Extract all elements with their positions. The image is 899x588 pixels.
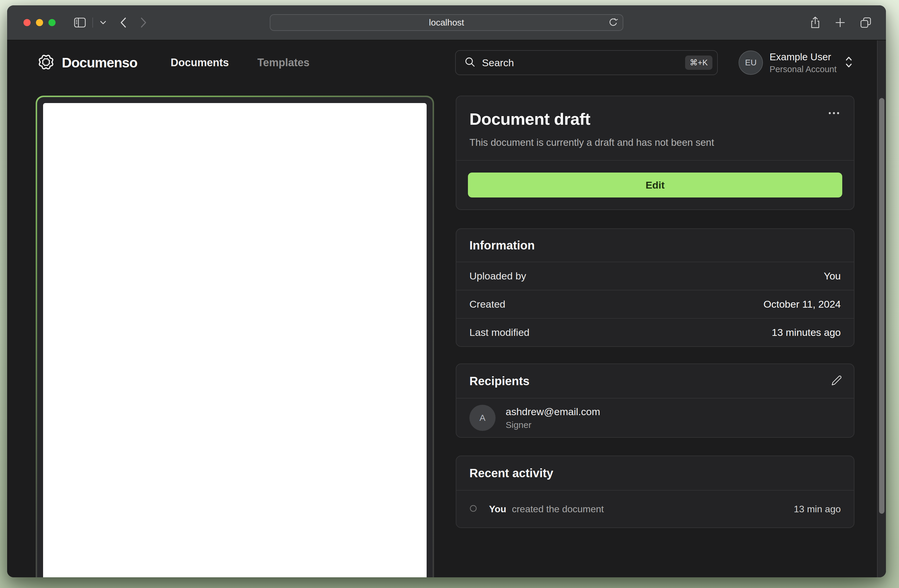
browser-window: localhost: [7, 5, 886, 577]
document-preview-frame: [36, 96, 434, 577]
search-shortcut-badge: ⌘+K: [685, 56, 713, 70]
recipients-card: Recipients A ashdrew@email.com: [456, 364, 854, 438]
account-name: Example User: [769, 51, 837, 63]
tab-overview-icon[interactable]: [860, 17, 872, 28]
documenso-logo-icon: [37, 53, 55, 73]
sidebar-chevron-down-icon[interactable]: [99, 20, 107, 25]
chevrons-up-down-icon: [844, 56, 853, 69]
forward-icon[interactable]: [140, 17, 147, 28]
draft-subtitle: This document is currently a draft and h…: [470, 137, 841, 148]
activity-time: 13 min ago: [794, 504, 841, 515]
document-sidebar: Document draft This document is currentl…: [456, 96, 854, 528]
main-nav: Documents Templates: [170, 56, 309, 69]
nav-templates[interactable]: Templates: [257, 56, 309, 69]
app-header: Documenso Documents Templates Search ⌘+K: [7, 40, 886, 85]
scrollbar-thumb[interactable]: [879, 98, 884, 514]
brand-name: Documenso: [62, 55, 137, 71]
avatar: EU: [738, 51, 763, 75]
activity-text: You created the document: [489, 504, 604, 515]
info-row-created: Created October 11, 2024: [456, 290, 854, 318]
nav-documents[interactable]: Documents: [170, 56, 229, 69]
search-icon: [464, 56, 476, 69]
recipient-role: Signer: [506, 420, 600, 430]
ellipsis-icon[interactable]: [826, 109, 842, 118]
browser-toolbar: localhost: [7, 5, 886, 40]
close-window-button[interactable]: [23, 19, 31, 26]
information-title: Information: [470, 239, 535, 252]
brand[interactable]: Documenso: [37, 53, 137, 73]
app-content: Documenso Documents Templates Search ⌘+K: [7, 40, 886, 577]
pencil-icon[interactable]: [831, 375, 842, 387]
address-bar[interactable]: localhost: [270, 14, 623, 31]
recipient-row: A ashdrew@email.com Signer: [456, 398, 854, 437]
reload-icon[interactable]: [608, 17, 619, 28]
account-subtitle: Personal Account: [769, 65, 837, 74]
search-input[interactable]: Search ⌘+K: [455, 50, 718, 75]
document-page[interactable]: [43, 103, 426, 577]
draft-status-card: Document draft This document is currentl…: [456, 96, 854, 210]
window-controls: [23, 19, 56, 26]
scrollbar-track[interactable]: [877, 40, 886, 577]
account-menu[interactable]: EU Example User Personal Account: [738, 51, 853, 75]
info-row-last-modified: Last modified 13 minutes ago: [456, 319, 854, 346]
activity-row: You created the document 13 min ago: [456, 491, 854, 528]
information-card: Information Uploaded by You Created Octo…: [456, 228, 854, 347]
edit-button[interactable]: Edit: [468, 173, 842, 198]
recipients-title: Recipients: [470, 375, 530, 388]
recent-activity-card: Recent activity You created the document: [456, 455, 854, 528]
recipient-email: ashdrew@email.com: [506, 406, 600, 418]
address-bar-url: localhost: [429, 17, 464, 28]
search-placeholder: Search: [482, 57, 514, 69]
activity-dot-icon: [470, 505, 477, 514]
draft-title: Document draft: [470, 109, 841, 128]
share-icon[interactable]: [810, 16, 820, 29]
toolbar-separator: [93, 17, 93, 28]
minimize-window-button[interactable]: [36, 19, 43, 26]
main-content: Document draft This document is currentl…: [36, 96, 886, 577]
sidebar-toggle-icon[interactable]: [74, 17, 86, 28]
back-icon[interactable]: [120, 17, 127, 28]
info-row-uploaded-by: Uploaded by You: [456, 262, 854, 290]
recipient-avatar: A: [470, 405, 496, 431]
recent-activity-title: Recent activity: [470, 466, 553, 480]
new-tab-icon[interactable]: [835, 17, 845, 28]
zoom-window-button[interactable]: [48, 19, 56, 26]
